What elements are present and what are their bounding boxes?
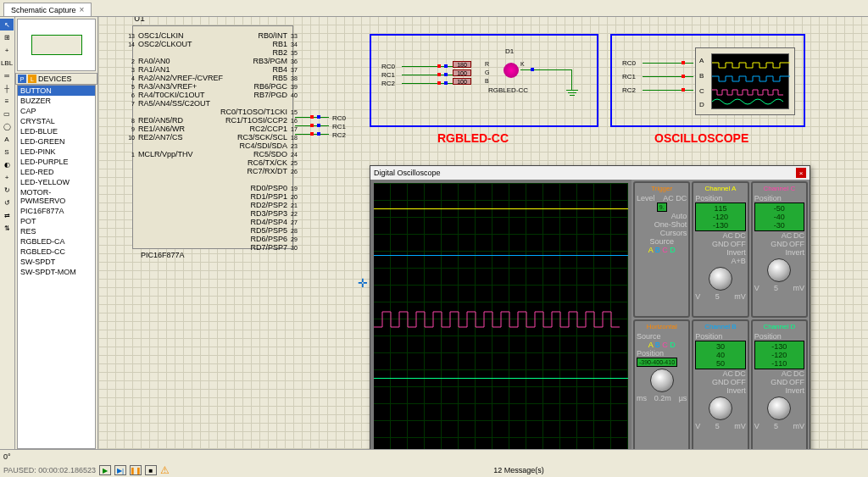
scope-window-titlebar[interactable]: Digital Oscilloscope × [370,166,810,180]
tool-bus[interactable]: ═ [0,69,14,81]
tool-junction[interactable]: + [0,44,14,56]
scope-screen[interactable] [374,183,628,449]
device-list[interactable]: BUTTONBUZZERCAPCRYSTALLED-BLUELED-GREENL… [17,85,96,449]
channel-d-panel[interactable]: Channel D Position -130-120-110 AC DCGND… [751,319,808,449]
device-item-motor-pwmservo[interactable]: MOTOR-PWMSERVO [18,187,95,206]
device-item-led-yellow[interactable]: LED-YELLOW [18,177,95,187]
pin-right-15: 25RC6/TX/CK [248,158,287,167]
status-bar: 0° PAUSED: 00:00:02.186523 ▶ ▶| ❚❚ ■ ⚠ 1… [0,449,868,477]
pin-left-12: 10RE2/AN7/CS [138,133,183,141]
device-item-res[interactable]: RES [18,226,95,236]
tab-title: Schematic Capture [11,6,76,14]
horiz-knob[interactable] [650,369,674,392]
tool-rotate-ccw[interactable]: ↺ [0,197,14,208]
l-icon[interactable]: L [28,75,36,83]
net-rc1: RC1 [332,123,346,130]
schematic-canvas[interactable]: U1 13OSC1/CLKIN14OSC2/CLKOUT2RA0/AN03RA1… [98,17,868,449]
pin-right-6: 39RB6/PGC [253,82,287,91]
horizontal-panel[interactable]: Horizontal Source A B C D Position -390-… [633,319,690,449]
resistor-r2: 100 [453,69,471,76]
pin-right-9: 15RC0/T1OSO/T1CKI [220,108,287,116]
device-item-led-blue[interactable]: LED-BLUE [18,126,95,136]
pin-right-10: 16RC1/T1OSI/CCP2 [225,116,287,125]
device-item-led-green[interactable]: LED-GREEN [18,136,95,147]
preview-box [17,19,96,71]
pause-button[interactable]: ❚❚ [130,465,142,475]
horiz-pos-lcd: -390-400-410 [637,358,677,367]
tool-rotate-cw[interactable]: ↻ [0,184,14,196]
cha-pos-lcd: 115-120-130 [695,202,745,231]
main-area: ↖ ⊞ + LBL ═ ┼ ≡ ▭ ◯ A S ◐ + ↻ ↺ ⇄ ⇅ P L … [0,17,868,449]
tab-close-icon[interactable]: × [80,5,85,14]
p-icon[interactable]: P [18,75,26,83]
pin-right-11: 17RC2/CCP1 [249,125,287,133]
play-button[interactable]: ▶ [99,465,111,475]
tool-circle[interactable]: ◯ [0,120,14,132]
scope-title: OSCILLOSCOPE [654,131,748,145]
chd-knob[interactable] [767,397,791,420]
device-item-buzzer[interactable]: BUZZER [18,96,95,106]
device-item-led-purple[interactable]: LED-PURPLE [18,157,95,167]
device-item-rgbled-cc[interactable]: RGBLED-CC [18,247,95,257]
scope-net-rc0: RC0 [622,59,636,67]
message-count[interactable]: 12 Message(s) [493,466,544,474]
oscilloscope-window[interactable]: Digital Oscilloscope × Trigger LevelAC D… [370,165,810,449]
tool-terminal[interactable]: ≡ [0,95,14,107]
device-item-led-red[interactable]: LED-RED [18,167,95,177]
sim-status: PAUSED: 00:00:02.186523 [3,466,96,474]
pin-right-7: 40RB7/PGD [253,91,287,99]
pin-left-8: 7RA5/AN4/SS/C2OUT [138,99,210,108]
tool-select[interactable]: ↖ [0,19,14,31]
device-item-pic16f877a[interactable]: PIC16F877A [18,206,95,216]
device-item-sw-spdt[interactable]: SW-SPDT [18,257,95,267]
chc-knob[interactable] [767,258,791,282]
tool-component[interactable]: ⊞ [0,31,14,43]
tab-schematic[interactable]: Schematic Capture × [3,3,92,16]
scope-net-rc1: RC1 [622,73,636,80]
step-button[interactable]: ▶| [114,465,126,475]
device-item-rgbled-ca[interactable]: RGBLED-CA [18,236,95,247]
led-name: RGBLED-CC [488,86,528,94]
trigger-panel[interactable]: Trigger LevelAC DC 9. AutoOne-ShotCursor… [633,181,690,318]
pin-right-20: 21RD2/PSP2 [250,201,287,209]
pin-right-22: 27RD4/PSP4 [250,218,287,226]
scope-instrument[interactable]: A B C D [695,47,795,115]
cha-knob[interactable] [709,267,732,291]
tool-plus[interactable]: + [0,171,14,183]
device-item-sw-spdt-mom[interactable]: SW-SPDT-MOM [18,267,95,277]
pin-right-3: 36RB3/PGM [253,57,287,65]
trace-b [374,255,628,256]
tool-flip-h[interactable]: ⇄ [0,209,14,221]
device-item-button[interactable]: BUTTON [18,86,95,96]
device-item-led-pink[interactable]: LED-PINK [18,147,95,157]
device-item-crystal[interactable]: CRYSTAL [18,116,95,126]
devices-label: DEVICES [38,75,72,83]
tool-rect[interactable]: ▭ [0,108,14,119]
close-icon[interactable]: × [796,168,806,178]
tool-flip-v[interactable]: ⇅ [0,222,14,234]
tool-arc[interactable]: ◐ [0,158,14,170]
channel-c-panel[interactable]: Channel C Position -50-40-30 AC DCGND OF… [751,181,808,318]
tool-label[interactable]: LBL [0,57,14,69]
channel-b-panel[interactable]: Channel B Position 304050 AC DCGND OFFIn… [692,319,748,449]
tool-symbol[interactable]: S [0,146,14,158]
chb-knob[interactable] [709,397,732,420]
pin-right-4: 37RB4 [272,65,287,74]
pin-left-5: 4RA2/AN2/VREF-/CVREF [138,74,223,82]
device-item-pot[interactable]: POT [18,216,95,226]
trace-a [374,208,628,209]
led-net-rc0: RC0 [381,63,395,70]
chd-pos-lcd: -130-120-110 [754,341,804,369]
warning-icon[interactable]: ⚠ [160,464,170,476]
chb-pos-lcd: 304050 [695,341,745,369]
tool-text[interactable]: A [0,133,14,145]
angle-display: 0° [3,452,11,461]
chip-u1[interactable]: 13OSC1/CLKIN14OSC2/CLKOUT2RA0/AN03RA1/AN… [132,25,293,249]
pin-right-1: 34RB1 [272,40,287,48]
stop-button[interactable]: ■ [145,465,157,475]
channel-a-panel[interactable]: Channel A Position 115-120-130 AC DCGND … [692,181,748,318]
tool-subckt[interactable]: ┼ [0,82,14,94]
pin-left-0: 13OSC1/CLKIN [138,31,184,40]
device-item-cap[interactable]: CAP [18,106,95,116]
chc-pos-lcd: -50-40-30 [754,202,804,231]
